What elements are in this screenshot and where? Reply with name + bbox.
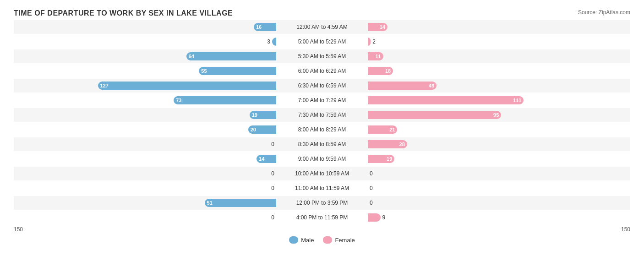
left-bar-container: 16 xyxy=(14,22,276,32)
left-bar-container: 0 xyxy=(14,213,276,222)
male-outer-value: 0 xyxy=(271,141,276,147)
time-label: 8:30 AM to 8:59 AM xyxy=(276,141,368,147)
chart-row: 0 11:00 AM to 11:59 AM 0 xyxy=(14,181,630,195)
male-value: 16 xyxy=(254,24,264,30)
male-bar: 127 xyxy=(98,82,276,90)
time-label: 6:30 AM to 6:59 AM xyxy=(276,82,368,89)
left-bar-container: 64 xyxy=(14,52,276,61)
right-bar-container: 111 xyxy=(368,96,630,105)
left-bar-container: 127 xyxy=(14,81,276,90)
legend-male-label: Male xyxy=(301,237,314,244)
left-bar-container: 20 xyxy=(14,125,276,134)
female-bar: 19 xyxy=(368,155,394,163)
female-bar: 28 xyxy=(368,140,407,148)
source-label: Source: ZipAtlas.com xyxy=(578,9,630,16)
female-value: 18 xyxy=(383,68,393,74)
chart-row: 16 12:00 AM to 4:59 AM 14 xyxy=(14,20,630,34)
right-bar-container: 19 xyxy=(368,154,630,163)
right-bar-container: 14 xyxy=(368,22,630,32)
male-value: 51 xyxy=(205,200,215,206)
male-outer-value: 3 xyxy=(267,38,272,45)
right-bar-container: 9 xyxy=(368,213,630,222)
female-bar: 95 xyxy=(368,111,501,119)
male-value: 64 xyxy=(186,54,196,59)
left-bar-container: 0 xyxy=(14,184,276,193)
male-bar xyxy=(272,38,276,46)
female-bar: 11 xyxy=(368,52,383,60)
right-bar-container: 21 xyxy=(368,125,630,134)
male-bar: 14 xyxy=(257,155,276,163)
time-label: 12:00 AM to 4:59 AM xyxy=(276,24,368,30)
female-value: 21 xyxy=(387,127,397,132)
female-outer-value: 0 xyxy=(368,170,373,177)
left-bar-container: 51 xyxy=(14,198,276,207)
chart-row: 0 4:00 PM to 11:59 PM 9 xyxy=(14,211,630,224)
female-bar: 14 xyxy=(368,23,387,31)
time-label: 5:00 AM to 5:29 AM xyxy=(276,38,368,45)
time-label: 8:00 AM to 8:29 AM xyxy=(276,126,368,133)
female-value: 11 xyxy=(373,54,383,59)
chart-row: 20 8:00 AM to 8:29 AM 21 xyxy=(14,123,630,136)
axis-right: 150 xyxy=(621,226,630,233)
legend: Male Female xyxy=(14,236,630,244)
chart-row: 127 6:30 AM to 6:59 AM 49 xyxy=(14,79,630,92)
male-bar: 16 xyxy=(254,23,276,31)
female-value: 28 xyxy=(397,141,407,147)
chart-row: 64 5:30 AM to 5:59 AM 11 xyxy=(14,49,630,63)
time-label: 5:30 AM to 5:59 AM xyxy=(276,53,368,60)
chart-row: 73 7:00 AM to 7:29 AM 111 xyxy=(14,93,630,107)
right-bar-container: 28 xyxy=(368,140,630,149)
right-bar-container: 49 xyxy=(368,81,630,90)
left-bar-container: 14 xyxy=(14,154,276,163)
time-label: 7:00 AM to 7:29 AM xyxy=(276,97,368,103)
chart-row: 0 10:00 AM to 10:59 AM 0 xyxy=(14,167,630,180)
male-outer-value: 0 xyxy=(271,170,276,177)
legend-male-swatch xyxy=(289,236,298,244)
time-label: 11:00 AM to 11:59 AM xyxy=(276,185,368,191)
male-value: 19 xyxy=(250,112,260,118)
female-value: 111 xyxy=(511,98,524,103)
male-outer-value: 0 xyxy=(271,214,276,221)
left-bar-container: 0 xyxy=(14,140,276,149)
chart-row: 14 9:00 AM to 9:59 AM 19 xyxy=(14,152,630,166)
chart-rows: 16 12:00 AM to 4:59 AM 14 3 5:00 AM to 5… xyxy=(14,20,630,224)
time-label: 10:00 AM to 10:59 AM xyxy=(276,170,368,177)
female-value: 49 xyxy=(426,83,437,88)
time-label: 9:00 AM to 9:59 AM xyxy=(276,156,368,162)
chart-container: TIME OF DEPARTURE TO WORK BY SEX IN LAKE… xyxy=(0,0,644,272)
legend-female-swatch xyxy=(323,236,332,244)
right-bar-container: 18 xyxy=(368,66,630,76)
chart-title: TIME OF DEPARTURE TO WORK BY SEX IN LAKE… xyxy=(14,9,630,17)
left-bar-container: 0 xyxy=(14,169,276,178)
male-value: 55 xyxy=(199,68,209,74)
female-bar xyxy=(368,213,381,222)
chart-row: 55 6:00 AM to 6:29 AM 18 xyxy=(14,64,630,78)
right-bar-container: 0 xyxy=(368,198,630,207)
legend-female-label: Female xyxy=(335,237,355,244)
female-outer-value: 9 xyxy=(381,214,386,221)
male-bar: 51 xyxy=(205,199,276,207)
legend-female: Female xyxy=(323,236,355,244)
female-value: 14 xyxy=(377,24,387,30)
female-bar: 111 xyxy=(368,96,524,104)
left-bar-container: 19 xyxy=(14,110,276,120)
right-bar-container: 95 xyxy=(368,110,630,120)
time-label: 4:00 PM to 11:59 PM xyxy=(276,214,368,221)
chart-row: 0 8:30 AM to 8:59 AM 28 xyxy=(14,137,630,151)
right-bar-container: 11 xyxy=(368,52,630,61)
time-label: 7:30 AM to 7:59 AM xyxy=(276,112,368,118)
female-outer-value: 0 xyxy=(368,185,373,191)
female-bar: 21 xyxy=(368,125,397,134)
right-bar-container: 2 xyxy=(368,37,630,46)
female-value: 95 xyxy=(491,112,501,118)
left-bar-container: 3 xyxy=(14,37,276,46)
chart-row: 51 12:00 PM to 3:59 PM 0 xyxy=(14,196,630,210)
male-value: 20 xyxy=(248,127,258,132)
time-label: 6:00 AM to 6:29 AM xyxy=(276,68,368,74)
female-value: 19 xyxy=(384,156,394,162)
female-bar: 49 xyxy=(368,82,437,90)
male-outer-value: 0 xyxy=(271,185,276,191)
axis-left: 150 xyxy=(14,226,23,233)
female-bar: 18 xyxy=(368,67,393,75)
right-bar-container: 0 xyxy=(368,184,630,193)
